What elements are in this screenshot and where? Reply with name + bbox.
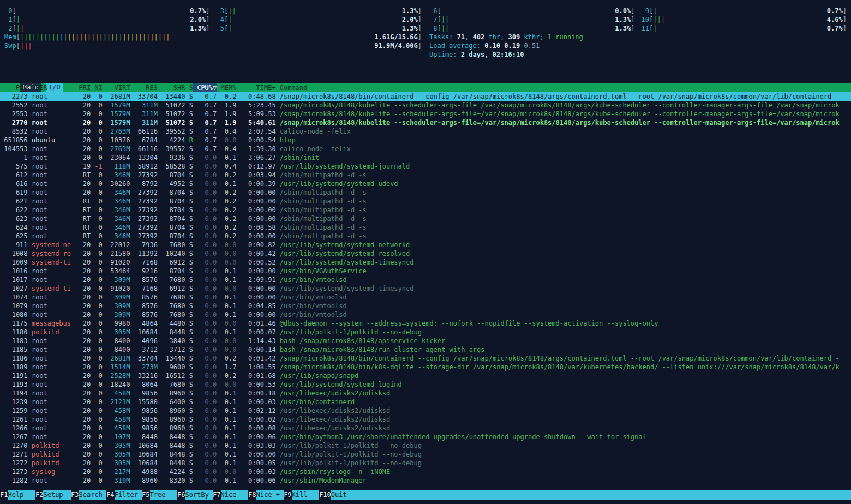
- fnkey-nice[interactable]: F7: [213, 490, 220, 500]
- cmd-cell: /sbin/multipathd -d -s: [276, 197, 851, 206]
- process-row[interactable]: 1079root200309M85767680S0.00.10:04.85/us…: [0, 302, 851, 310]
- process-row[interactable]: 2273root2002681M3370413440S0.70.20:48.68…: [0, 92, 851, 101]
- fnkey-kill[interactable]: F9: [284, 490, 291, 500]
- column-header-mem[interactable]: MEM%: [217, 83, 236, 92]
- process-row[interactable]: 575root19-1118M5891258528S0.00.40:12.97/…: [0, 162, 851, 171]
- process-row[interactable]: 1261root200458M98568960S0.00.10:00.02/us…: [0, 415, 851, 424]
- column-header-virt[interactable]: VIRT: [103, 83, 130, 92]
- fnkey-label-tree[interactable]: Tree: [150, 490, 178, 500]
- fnkey-label-search[interactable]: Search: [79, 490, 106, 500]
- s-cell: S: [185, 406, 193, 415]
- process-row[interactable]: 1180polkitd200305M106848448S0.00.10:00.0…: [0, 328, 851, 337]
- process-row[interactable]: 621rootRT0346M273928704S0.00.20:00.00/sb…: [0, 197, 851, 206]
- mem-cell: 0.1: [217, 459, 236, 467]
- fnkey-search[interactable]: F3: [71, 490, 79, 500]
- column-header-cpu-sort[interactable]: CPU%▽: [193, 83, 217, 92]
- process-row[interactable]: 1027systemd-ti2009102071686912S0.00.00:0…: [0, 284, 851, 293]
- process-row[interactable]: 1008systemd-re200215801139210240S0.00.00…: [0, 249, 851, 258]
- process-row[interactable]: 1root20023064133049336S0.00.13:06.27/sbi…: [0, 153, 851, 162]
- mem-cell: 1.9: [217, 118, 236, 127]
- process-row[interactable]: 1273syslog200217M49884224S0.00.00:00.03/…: [0, 467, 851, 476]
- process-row[interactable]: 1272polkitd200305M106848448S0.00.10:00.0…: [0, 459, 851, 467]
- process-row[interactable]: 1259root200458M98568960S0.00.10:02.12/us…: [0, 406, 851, 415]
- fnkey-label-help[interactable]: Help: [8, 490, 35, 500]
- process-row[interactable]: 911systemd-ne2002201279367680S0.00.00:00…: [0, 241, 851, 249]
- column-header-pid[interactable]: PID: [0, 83, 28, 92]
- meter-caption: Swp: [4, 41, 16, 50]
- process-row[interactable]: 1074root200309M85767680S0.00.10:00.00/us…: [0, 293, 851, 302]
- s-cell: S: [185, 275, 193, 284]
- fnkey-label-filter[interactable]: Filter: [115, 490, 142, 500]
- process-row[interactable]: 1194root200458M98568960S0.00.10:00.18/us…: [0, 389, 851, 398]
- fnkey-help[interactable]: F1: [0, 490, 8, 500]
- mem-cell: 0.2: [217, 197, 236, 206]
- mem-cell: 0.2: [217, 171, 236, 179]
- process-row[interactable]: 1266root200458M98568960S0.00.10:00.08/us…: [0, 424, 851, 433]
- column-header-state[interactable]: S: [185, 83, 193, 92]
- process-row[interactable]: 1080root200309M85767680S0.00.10:00.00/us…: [0, 310, 851, 319]
- cpu-cell: 0.7: [193, 101, 217, 110]
- process-row[interactable]: 612rootRT0346M273928704S0.00.20:03.94/sb…: [0, 171, 851, 179]
- process-row[interactable]: 616root2003026087924952S0.00.10:00.39/us…: [0, 179, 851, 188]
- process-row[interactable]: 1189root2001514M273M9600S0.01.71:08.55/s…: [0, 363, 851, 371]
- process-row[interactable]: 1016root2005346492168704S0.00.10:00.00/u…: [0, 267, 851, 275]
- process-row[interactable]: 1191root2002528M3321616512S0.00.20:01.68…: [0, 371, 851, 380]
- pri-cell: 20: [75, 118, 91, 127]
- process-row[interactable]: 1239root2002121M155806400S0.00.10:00.03/…: [0, 398, 851, 406]
- column-header-user[interactable]: USER: [28, 83, 75, 92]
- column-header-command[interactable]: Command: [276, 83, 851, 92]
- process-row[interactable]: 1175messagebus200998048644480S0.00.00:01…: [0, 319, 851, 328]
- column-header-time[interactable]: TIME+: [236, 83, 275, 92]
- process-row[interactable]: 624rootRT0346M273928704S0.00.20:08.58/sb…: [0, 223, 851, 232]
- cpu-cell: 0.0: [193, 249, 217, 258]
- mem-cell: 0.0: [217, 136, 236, 145]
- process-row[interactable]: 2552root2001579M311M51072S0.71.95:23.45/…: [0, 101, 851, 110]
- user-cell: root: [28, 302, 75, 310]
- uptime-value: 2 days, 02:16:10: [461, 51, 524, 58]
- process-row[interactable]: 1267root200107M84488448S0.00.10:00.06/us…: [0, 433, 851, 441]
- fnkey-filter[interactable]: F4: [106, 490, 114, 500]
- shr-cell: 8960: [158, 406, 185, 415]
- meter-bracket: ]: [206, 15, 209, 24]
- process-row[interactable]: 1185root200840037123712S0.00.00:00.14bas…: [0, 345, 851, 354]
- fnkey-label-quit[interactable]: Quit: [331, 490, 359, 500]
- fnkey-tree[interactable]: F5: [142, 490, 149, 500]
- fnkey-label-kill[interactable]: Kill: [292, 490, 320, 500]
- process-row[interactable]: 104553root2002763M6611639552S0.70.41:39.…: [0, 145, 851, 153]
- fnkey-sortby[interactable]: F6: [177, 490, 185, 500]
- column-header-ni[interactable]: NI: [91, 83, 103, 92]
- shr-cell: 13440: [158, 354, 185, 363]
- process-row[interactable]: 1271polkitd200305M106848448S0.00.10:00.0…: [0, 450, 851, 459]
- user-cell: syslog: [28, 467, 75, 476]
- fnkey-label-sortby[interactable]: SortBy: [185, 490, 213, 500]
- fnkey-nice[interactable]: F8: [248, 490, 256, 500]
- process-row[interactable]: 651856ubuntu2001037667844224R0.70.00:00.…: [0, 136, 851, 145]
- fnkey-label-setup[interactable]: Setup: [43, 490, 71, 500]
- fnkey-label-nice[interactable]: Nice -: [221, 490, 249, 500]
- process-row[interactable]: 2553root2001579M311M51072S0.71.95:09.53/…: [0, 110, 851, 118]
- fnkey-label-nice[interactable]: Nice +: [256, 490, 284, 500]
- column-header-res[interactable]: RES: [130, 83, 158, 92]
- process-row[interactable]: 1186root2002681M3370413440S0.00.20:01.42…: [0, 354, 851, 363]
- process-row[interactable]: 625rootRT0346M273928704S0.00.20:00.00/sb…: [0, 232, 851, 241]
- process-row[interactable]: 1009systemd-ti2009102071686912S0.00.00:0…: [0, 258, 851, 267]
- process-row[interactable]: 619root200346M273928704S0.00.20:00.00/sb…: [0, 188, 851, 197]
- column-header-pri[interactable]: PRI: [75, 83, 91, 92]
- memory-meter: Mem[||||||||||||||||||||||||||||||||||||…: [4, 33, 422, 41]
- fnkey-setup[interactable]: F2: [35, 490, 43, 500]
- time-cell: 0:00.00: [236, 188, 275, 197]
- fnkey-quit[interactable]: F10: [319, 490, 331, 500]
- process-row[interactable]: 622rootRT0346M273928704S0.00.20:00.00/sb…: [0, 206, 851, 214]
- process-row[interactable]: 8532root2002763M6611639552S0.70.42:07.54…: [0, 127, 851, 136]
- meter-bracket: [: [12, 24, 16, 33]
- cmd-cell: /usr/lib/polkit-1/polkitd --no-debug: [276, 459, 851, 467]
- column-header-shr[interactable]: SHR: [158, 83, 185, 92]
- process-row[interactable]: 1017root200309M85767680S0.00.12:09.91/us…: [0, 275, 851, 284]
- process-row[interactable]: 623rootRT0346M273928704S0.00.20:00.00/sb…: [0, 214, 851, 223]
- process-row[interactable]: 1270polkitd200305M106848448S0.00.10:03.0…: [0, 441, 851, 450]
- process-row[interactable]: 2770root2001579M311M51072S0.71.95:40.61/…: [0, 118, 851, 127]
- process-row[interactable]: 1193root2001824080647680S0.00.00:00.53/u…: [0, 380, 851, 389]
- process-row[interactable]: 1282root200310M89608320S0.00.10:00.06/us…: [0, 476, 851, 485]
- process-row[interactable]: 1183root200840040963840S0.00.01:14.43bas…: [0, 337, 851, 345]
- pri-cell: 20: [75, 354, 91, 363]
